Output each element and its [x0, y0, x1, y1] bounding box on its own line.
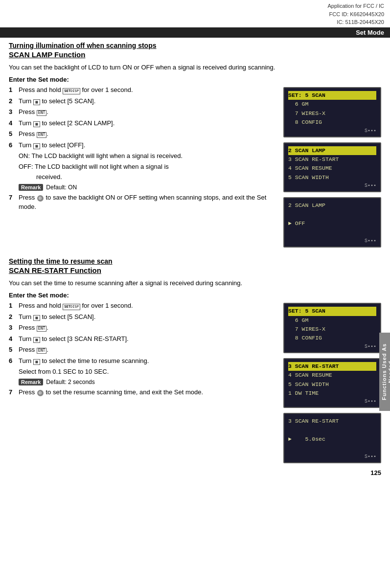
lcd5-signal: S▪▪▪ [288, 399, 376, 404]
step6-on-text: ON: The LCD backlight will light when a … [9, 151, 278, 161]
app-header: Application for FCC / IC FCC ID: K662044… [0, 0, 390, 27]
s2-step-2: 2 Turn ▦ to select [5 SCAN]. [9, 312, 278, 322]
section2-enter-set-mode: Enter the Set mode: [9, 292, 381, 299]
lcd5-line3: 5 SCAN WIDTH [288, 380, 376, 389]
dial-icon6: ▦ [33, 359, 40, 365]
s2-step6-select: Select from 0.1 SEC to 10 SEC. [9, 367, 278, 377]
lcd-screen-5: 3 SCAN RE-START 4 SCAN RESUME 5 SCAN WID… [283, 358, 381, 408]
set-mode-label: Set Mode [356, 29, 384, 36]
s2-step-1: 1 Press and hold SETDISP for over 1 seco… [9, 301, 278, 311]
lcd6-line1: 3 SCAN RE-START [288, 417, 376, 426]
lcd2-signal: S▪▪▪ [288, 183, 376, 188]
lcd4-line1: SET: 5 SCAN [288, 307, 376, 316]
dial-icon: ▦ [33, 99, 40, 105]
lcd2-line1: 2 SCAN LAMP [288, 146, 376, 155]
page-number: 125 [0, 464, 390, 481]
lcd1-line1: SET: 5 SCAN [288, 91, 376, 100]
step-1: 1 Press and hold SETDISP for over 1 seco… [9, 85, 278, 95]
step-4: 4 Turn ▦ to select [2 SCAN LAMP]. [9, 118, 278, 128]
step-3: 3 Press ENT. [9, 107, 278, 117]
lcd2-line3: 4 SCAN RESUME [288, 164, 376, 173]
lcd4-line3: 7 WIRES-X [288, 325, 376, 334]
ptt-icon-1: ⊛ [37, 195, 44, 202]
lcd-screen-2: 2 SCAN LAMP 3 SCAN RE-START 4 SCAN RESUM… [283, 142, 381, 193]
section2-two-col: 1 Press and hold SETDISP for over 1 seco… [9, 301, 381, 464]
s2-step-4: 4 Turn ▦ to select [3 SCAN RE-START]. [9, 334, 278, 344]
section2-subtitle: SCAN RE-START Function [9, 266, 381, 274]
main-content: Turning illumination off when scanning s… [0, 42, 390, 464]
ent-icon4: ENT [37, 348, 46, 354]
lcd-screen-3: 2 SCAN LAMP ► OFF S▪▪▪ [283, 197, 381, 248]
section1-step7: 7 Press ⊛ to save the backlight ON or OF… [9, 193, 278, 212]
lcd3-line2 [288, 210, 376, 219]
dial-icon4: ▦ [33, 315, 40, 321]
set-disp-icon2: SETDISP [63, 304, 80, 310]
dial-icon2: ▦ [33, 121, 40, 127]
s2-step-6: 6 Turn ▦ to select the time to resume sc… [9, 356, 278, 366]
section1-desc: You can set the backlight of LCD to turn… [9, 63, 381, 72]
section1-enter-set-mode: Enter the Set mode: [9, 76, 381, 83]
lcd1-line2: 6 GM [288, 100, 376, 109]
lcd6-line2 [288, 426, 376, 435]
set-disp-icon: SETDISP [63, 88, 80, 94]
step-6: 6 Turn ▦ to select [OFF]. [9, 140, 278, 150]
section1-instructions: 1 Press and hold SETDISP for over 1 seco… [9, 85, 278, 249]
lcd6-line4 [288, 444, 376, 452]
remark-badge-2: Remark [19, 379, 43, 385]
lcd-screen-4: SET: 5 SCAN 6 GM 7 WIRES-X 8 CONFIG S▪▪▪ [283, 303, 381, 353]
lcd2-line4: 5 SCAN WIDTH [288, 173, 376, 182]
step6-off-1: OFF: The LCD backlight will not light wh… [9, 162, 278, 172]
header-line1: Application for FCC / IC [0, 2, 384, 10]
step-5: 5 Press ENT. [9, 129, 278, 139]
ptt-icon-2: ⊛ [37, 390, 44, 396]
lcd6-signal: S▪▪▪ [288, 454, 376, 459]
lcd5-line1: 3 SCAN RE-START [288, 362, 376, 371]
lcd4-signal: S▪▪▪ [288, 344, 376, 349]
section2-remark: Remark Default: 2 seconds [19, 379, 278, 385]
section1-remark: Remark Default: ON [19, 184, 278, 191]
lcd4-line2: 6 GM [288, 316, 376, 325]
dial-icon3: ▦ [33, 143, 40, 149]
lcd5-line2: 4 SCAN RESUME [288, 371, 376, 380]
remark-text-2: Default: 2 seconds [46, 379, 94, 385]
remark-text-1: Default: ON [46, 184, 77, 191]
side-tab: Functions Used As Needed [379, 333, 390, 411]
s2-step-7: 7 Press ⊛ to set the resume scanning tim… [9, 387, 278, 397]
section1-title: Turning illumination off when scanning s… [9, 42, 381, 49]
s2-step-5: 5 Press ENT. [9, 345, 278, 355]
lcd6-line3: ► 5.0sec [288, 435, 376, 444]
lcd5-line4: 1 DW TIME [288, 389, 376, 398]
remark-badge-1: Remark [19, 184, 43, 191]
section2-step7: 7 Press ⊛ to set the resume scanning tim… [9, 387, 278, 397]
lcd3-signal: S▪▪▪ [288, 238, 376, 244]
set-mode-bar: Set Mode [0, 27, 390, 38]
lcd4-line4: 8 CONFIG [288, 334, 376, 342]
s2-step-3: 3 Press ENT. [9, 323, 278, 333]
lcd1-signal: S▪▪▪ [288, 128, 376, 134]
ent-icon2: ENT [37, 132, 46, 138]
section1-screens: SET: 5 SCAN 6 GM 7 WIRES-X 8 CONFIG S▪▪▪… [283, 85, 381, 249]
lcd3-line4 [288, 228, 376, 237]
section2-desc: You can set the time to resume scanning … [9, 278, 381, 288]
header-line2: FCC ID: K6620445X20 [0, 10, 384, 19]
section2-screens: SET: 5 SCAN 6 GM 7 WIRES-X 8 CONFIG S▪▪▪… [283, 301, 381, 464]
step-7: 7 Press ⊛ to save the backlight ON or OF… [9, 193, 278, 212]
step-2: 2 Turn ▦ to select [5 SCAN]. [9, 96, 278, 106]
lcd-screen-1: SET: 5 SCAN 6 GM 7 WIRES-X 8 CONFIG S▪▪▪ [283, 87, 381, 137]
section2-steps: 1 Press and hold SETDISP for over 1 seco… [9, 301, 278, 365]
step6-off-2: received. [9, 172, 278, 182]
lcd3-line3: ► OFF [288, 219, 376, 228]
ent-icon3: ENT [37, 326, 46, 332]
section1-steps: 1 Press and hold SETDISP for over 1 seco… [9, 85, 278, 150]
section1-subtitle: SCAN LAMP Function [9, 50, 381, 59]
section2-title: Setting the time to resume scan [9, 257, 381, 265]
lcd2-line2: 3 SCAN RE-START [288, 155, 376, 164]
dial-icon5: ▦ [33, 337, 40, 343]
lcd1-line3: 7 WIRES-X [288, 109, 376, 118]
lcd3-line1: 2 SCAN LAMP [288, 201, 376, 210]
section2-instructions: 1 Press and hold SETDISP for over 1 seco… [9, 301, 278, 464]
lcd1-line4: 8 CONFIG [288, 118, 376, 127]
section1-two-col: 1 Press and hold SETDISP for over 1 seco… [9, 85, 381, 249]
ent-icon: ENT [37, 110, 46, 116]
lcd-screen-6: 3 SCAN RE-START ► 5.0sec S▪▪▪ [283, 413, 381, 463]
